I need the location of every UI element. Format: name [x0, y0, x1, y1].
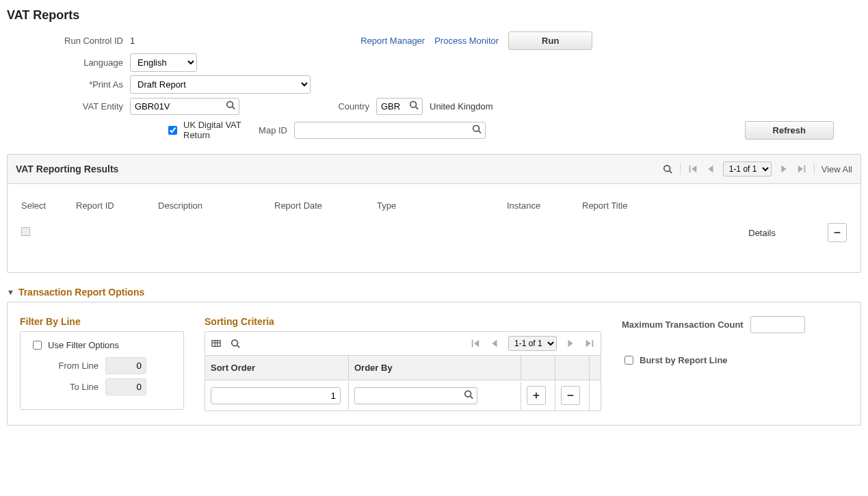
delete-row-button[interactable]: [561, 386, 580, 405]
add-row-button[interactable]: [527, 386, 546, 405]
print-as-select[interactable]: Draft Report: [130, 75, 311, 94]
col-select: Select: [17, 198, 72, 213]
search-icon[interactable]: [472, 125, 482, 136]
svg-line-1: [233, 107, 235, 109]
language-label: Language: [34, 57, 130, 68]
country-name: United Kingdom: [430, 101, 493, 112]
svg-point-4: [473, 125, 479, 131]
from-line-label: From Line: [30, 361, 105, 371]
to-line-label: To Line: [30, 382, 105, 392]
run-button[interactable]: Run: [508, 31, 592, 50]
sorting-criteria-title: Sorting Criteria: [205, 316, 601, 327]
prev-page-icon[interactable]: [705, 164, 716, 174]
col-type: Type: [373, 198, 503, 213]
table-row: [205, 380, 601, 410]
refresh-button[interactable]: Refresh: [745, 121, 834, 140]
vat-entity-label: VAT Entity: [34, 101, 130, 112]
next-page-icon[interactable]: [778, 164, 789, 174]
page-title: VAT Reports: [7, 8, 861, 23]
svg-line-5: [479, 131, 482, 133]
transaction-options-toggle[interactable]: ▼ Transaction Report Options: [7, 287, 861, 298]
svg-line-20: [237, 345, 240, 348]
svg-marker-11: [781, 166, 786, 173]
country-label: Country: [328, 101, 376, 112]
svg-point-2: [410, 101, 417, 107]
vat-entity-input[interactable]: [130, 98, 239, 115]
transaction-options-panel: Filter By Line Use Filter Options From L…: [7, 302, 861, 426]
svg-rect-21: [472, 340, 473, 348]
svg-rect-26: [592, 340, 594, 348]
col-description: Description: [154, 198, 270, 213]
sorting-paging-select[interactable]: 1-1 of 1: [508, 336, 557, 351]
uk-digital-vat-checkbox[interactable]: [168, 126, 177, 135]
details-link[interactable]: Details: [674, 225, 824, 241]
svg-point-6: [663, 166, 670, 172]
table-row: Details: [17, 213, 851, 245]
svg-marker-23: [492, 340, 497, 348]
svg-rect-13: [804, 166, 805, 173]
select-checkbox-disabled: [21, 227, 30, 236]
svg-line-7: [669, 171, 672, 174]
search-icon[interactable]: [226, 101, 235, 112]
separator: [814, 164, 815, 174]
svg-rect-8: [689, 166, 690, 173]
col-instance: Instance: [503, 198, 578, 213]
max-transaction-count-input[interactable]: [750, 316, 805, 333]
language-select[interactable]: English: [130, 53, 197, 72]
results-title: VAT Reporting Results: [16, 164, 118, 174]
use-filter-options-checkbox[interactable]: [33, 341, 42, 350]
max-transaction-count-label: Maximum Transaction Count: [622, 319, 744, 330]
filter-by-line-title: Filter By Line: [20, 316, 184, 327]
vat-reporting-results-panel: VAT Reporting Results 1-1 of 1 View Al: [7, 154, 861, 273]
col-report-id: Report ID: [72, 198, 154, 213]
col-report-date: Report Date: [270, 198, 373, 213]
search-icon[interactable]: [662, 164, 673, 174]
svg-marker-10: [708, 166, 713, 173]
from-line-input: [105, 357, 146, 374]
search-icon[interactable]: [464, 390, 473, 402]
burst-by-report-line-label: Burst by Report Line: [640, 355, 728, 365]
svg-rect-15: [212, 341, 220, 347]
results-paging-select[interactable]: 1-1 of 1: [723, 161, 772, 177]
process-monitor-link[interactable]: Process Monitor: [434, 36, 499, 46]
svg-marker-24: [568, 340, 573, 348]
svg-point-19: [232, 340, 238, 346]
uk-digital-vat-label: UK Digital VAT Return: [183, 120, 246, 140]
svg-point-0: [227, 101, 233, 107]
separator: [680, 164, 681, 174]
report-manager-link[interactable]: Report Manager: [360, 36, 425, 46]
burst-by-report-line-checkbox[interactable]: [624, 356, 633, 365]
svg-marker-22: [474, 340, 479, 348]
view-all-link[interactable]: View All: [821, 164, 852, 174]
map-id-label: Map ID: [246, 125, 294, 135]
transaction-options-title: Transaction Report Options: [18, 287, 144, 298]
col-order-by: Order By: [349, 356, 521, 380]
svg-marker-9: [692, 166, 696, 173]
prev-page-icon[interactable]: [489, 338, 500, 349]
svg-point-27: [465, 391, 471, 397]
use-filter-options-label: Use Filter Options: [48, 340, 119, 350]
order-by-input[interactable]: [354, 387, 477, 404]
col-report-title: Report Title: [578, 198, 674, 213]
first-page-icon[interactable]: [687, 164, 698, 174]
search-icon[interactable]: [230, 338, 241, 349]
search-icon[interactable]: [409, 101, 419, 112]
to-line-input: [105, 378, 146, 395]
next-page-icon[interactable]: [565, 338, 576, 349]
last-page-icon[interactable]: [796, 164, 807, 174]
svg-marker-12: [798, 166, 802, 173]
print-as-label: *Print As: [34, 79, 130, 90]
first-page-icon[interactable]: [470, 338, 481, 349]
run-control-id-label: Run Control ID: [34, 36, 130, 46]
chevron-down-icon: ▼: [7, 288, 14, 296]
map-id-input[interactable]: [294, 122, 486, 139]
col-sort-order: Sort Order: [205, 356, 349, 380]
grid-settings-icon[interactable]: [211, 338, 222, 349]
svg-marker-25: [586, 340, 591, 348]
svg-line-3: [416, 107, 419, 109]
svg-line-28: [471, 396, 473, 399]
sort-order-input[interactable]: [211, 387, 341, 404]
run-control-id-value: 1: [130, 36, 135, 46]
last-page-icon[interactable]: [584, 338, 595, 349]
delete-row-button[interactable]: [828, 223, 847, 242]
